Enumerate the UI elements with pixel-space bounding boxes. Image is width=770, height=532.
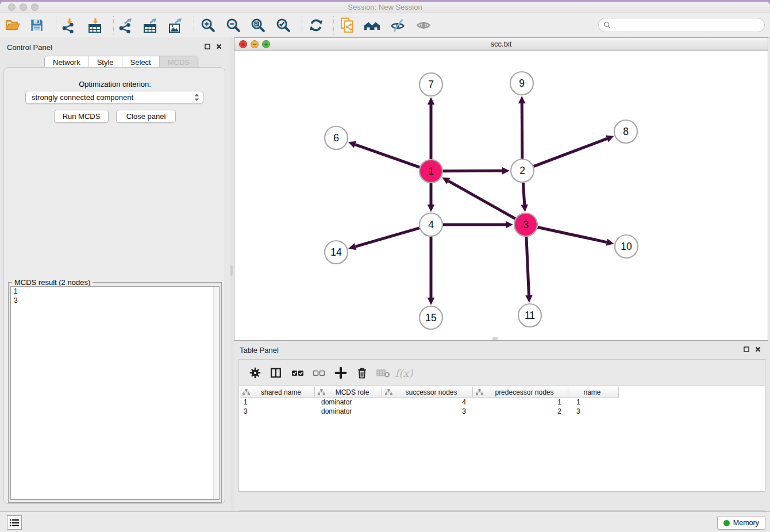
splitter-grip[interactable] [230,265,233,276]
svg-text:15: 15 [425,312,436,323]
column-header-predecessor-nodes[interactable]: predecessor nodes [473,387,568,398]
graph-edge-3-11[interactable] [525,237,532,303]
mcds-result-item[interactable]: 1 [11,287,219,296]
import-network-button[interactable] [60,17,77,34]
mcds-result-list[interactable]: 13 [10,286,220,500]
new-network-from-selection-button[interactable] [339,17,356,34]
graph-edge-1-4[interactable] [428,183,434,212]
graph-edge-1-2[interactable] [443,167,510,174]
show-columns-button[interactable] [267,364,284,381]
zoom-fit-button[interactable] [249,17,267,34]
graph-edge-2-8[interactable] [534,136,614,167]
houses-button[interactable] [364,17,381,34]
export-image-button[interactable] [167,17,184,34]
memory-button[interactable]: Memory [717,516,765,530]
table-cell[interactable]: 4 [382,398,473,407]
table-cell[interactable]: 3 [568,407,619,416]
eye-slash-icon [390,17,406,33]
graph-node-10[interactable]: 10 [615,235,638,258]
zoom-out-button[interactable] [225,17,242,34]
graph-node-1[interactable]: 1 [419,160,442,183]
status-bar: Memory [0,511,770,532]
column-header-successor-nodes[interactable]: successor nodes [382,387,473,398]
column-header-MCDS-role[interactable]: MCDS role [315,387,382,398]
export-table-button[interactable] [141,17,159,34]
table-cell[interactable]: dominator [315,407,382,416]
hide-selected-button[interactable] [389,17,406,34]
mcds-result-item[interactable]: 3 [11,296,219,305]
mcds-result-title: MCDS result (2 nodes) [12,278,93,287]
search-input[interactable] [614,21,760,30]
open-session-button[interactable] [4,17,21,34]
table-cell[interactable]: 2 [473,407,568,416]
task-history-button[interactable] [7,515,22,530]
close-panel-icon[interactable] [215,43,223,51]
close-panel-button[interactable]: Close panel [116,110,176,123]
network-window-titlebar[interactable]: × − + scc.txt [234,38,768,51]
zoom-selected-button[interactable] [275,17,292,34]
network-canvas[interactable]: 7968124314101511 [234,51,768,340]
network-graph[interactable]: 7968124314101511 [234,51,768,340]
graph-node-3[interactable]: 3 [514,213,537,236]
tab-network[interactable]: Network [45,56,89,68]
graph-node-8[interactable]: 8 [614,120,637,143]
graph-node-7[interactable]: 7 [419,73,442,96]
graph-node-9[interactable]: 9 [510,72,533,95]
add-column-button[interactable] [332,364,349,381]
table-cell[interactable]: 1 [473,398,568,407]
delete-table-button[interactable] [375,364,392,381]
table-cell[interactable]: 3 [240,407,315,416]
column-header-shared-name[interactable]: shared name [240,387,315,398]
checked-boxes-icon [291,366,305,380]
application-window: Session: New Session [0,2,770,532]
import-table-button[interactable] [86,17,103,34]
show-hidden-button[interactable] [415,17,432,34]
optimization-criterion-dropdown[interactable]: strongly connected component [25,91,203,104]
float-panel-icon[interactable] [203,43,211,51]
table-settings-button[interactable] [247,364,264,381]
column-header-name[interactable]: name [568,387,619,398]
table-row[interactable]: 3dominator323 [240,407,619,416]
graph-edge-1-6[interactable] [348,141,419,167]
select-all-button[interactable] [289,364,306,381]
save-session-button[interactable] [28,17,45,34]
graph-edge-4-3[interactable] [443,221,513,228]
graph-edge-3-1[interactable] [442,178,515,219]
canvas-resize-grip[interactable] [492,337,498,340]
run-mcds-button[interactable]: Run MCDS [54,110,109,123]
graph-node-4[interactable]: 4 [419,213,442,236]
delete-column-button[interactable] [353,364,371,381]
function-builder-button[interactable]: f(x) [395,364,413,381]
graph-edge-3-10[interactable] [538,227,614,245]
scrollbar-track[interactable] [213,287,219,499]
table-cell[interactable]: dominator [315,398,382,407]
apply-layout-button[interactable] [307,17,325,34]
graph-edge-1-7[interactable] [428,97,434,159]
zoom-in-button[interactable] [199,17,217,34]
graph-node-6[interactable]: 6 [325,126,348,149]
graph-node-11[interactable]: 11 [518,304,541,327]
close-panel-icon[interactable] [754,345,762,353]
graph-edge-2-9[interactable] [518,96,525,159]
tab-style[interactable]: Style [89,56,122,68]
graph-node-14[interactable]: 14 [325,241,348,264]
table-cell[interactable]: 3 [382,407,473,416]
deselect-all-button[interactable] [310,364,328,381]
toolbar-separator [113,16,114,34]
graph-node-2[interactable]: 2 [511,159,534,182]
tab-select[interactable]: Select [122,56,160,68]
export-network-button[interactable] [117,17,134,34]
graph-node-15[interactable]: 15 [419,306,442,329]
graph-edge-4-14[interactable] [348,228,419,250]
search-field[interactable] [598,18,765,32]
graph-edge-4-15[interactable] [428,237,434,305]
table-panel: Table Panel [234,341,770,511]
float-panel-icon[interactable] [742,345,750,353]
table-cell[interactable]: 1 [568,398,619,407]
tab-mcds[interactable]: MCDS [160,56,198,68]
table-row[interactable]: 1dominator411 [240,398,619,407]
table-container: f(x) shared nameMCDS rolesuccessor nodes… [238,359,765,492]
table-toolbar: f(x) [239,360,765,386]
table-cell[interactable]: 1 [240,398,315,407]
graph-edge-2-3[interactable] [521,183,528,212]
